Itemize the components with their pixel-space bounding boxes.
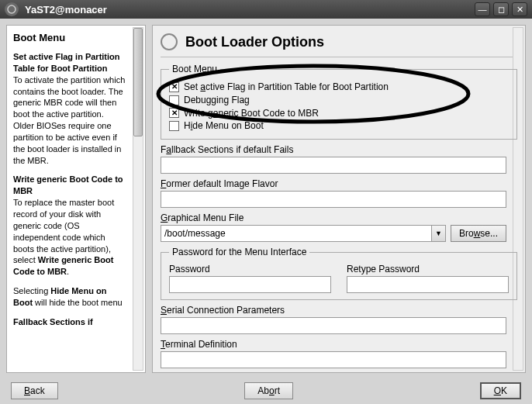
window-title: YaST2@monacer	[25, 4, 475, 16]
serial-input[interactable]	[161, 317, 506, 334]
chevron-down-icon[interactable]: ▼	[431, 226, 445, 241]
help-p3c: will hide the boot menu	[33, 298, 123, 307]
gmenu-select[interactable]	[161, 225, 446, 242]
check-write-mbr-label: Write generic Boot Code to MBR	[184, 107, 319, 120]
bootmenu-fieldset: Boot Menu Set active Flag in Partition T…	[161, 64, 517, 140]
close-button[interactable]: ✕	[512, 2, 527, 16]
retype-password-input[interactable]	[347, 276, 509, 293]
password-label: Password	[169, 264, 331, 275]
check-hide-menu[interactable]	[169, 121, 179, 131]
password-fieldset: Password for the Menu Interface Password…	[161, 247, 517, 300]
fallback-input[interactable]	[161, 157, 506, 174]
check-write-mbr[interactable]	[169, 108, 179, 118]
check-debugging-flag-label: Debugging Flag	[184, 94, 250, 107]
bootloader-icon	[161, 33, 178, 50]
browse-button[interactable]: Browse...	[451, 225, 506, 242]
former-label: Former default Image Flavor	[161, 178, 506, 189]
retype-password-label: Retype Password	[347, 264, 509, 275]
button-bar: Back Abort OK	[0, 379, 532, 402]
help-scroll-thumb[interactable]	[133, 28, 143, 136]
serial-label: Serial Connection Parameters	[161, 305, 506, 316]
abort-button[interactable]: Abort	[244, 382, 293, 399]
check-hide-menu-label: Hide Menu on Boot	[184, 119, 264, 133]
help-p1-body: To activate the partition which contains…	[13, 75, 125, 165]
help-title: Boot Menu	[13, 32, 139, 43]
help-p2-heading: Write generic Boot Code to MBR	[13, 174, 123, 195]
password-input[interactable]	[169, 276, 331, 293]
app-logo-icon	[5, 2, 19, 16]
ok-button[interactable]: OK	[480, 382, 521, 399]
password-legend: Password for the Menu Interface	[169, 247, 309, 257]
bootmenu-legend: Boot Menu	[169, 64, 220, 74]
help-p2c: .	[67, 267, 69, 276]
former-input[interactable]	[161, 191, 506, 208]
back-button[interactable]: Back	[11, 382, 58, 399]
help-p3a: Selecting	[13, 286, 50, 295]
check-active-flag[interactable]	[169, 82, 179, 92]
gmenu-label: Graphical Menu File	[161, 212, 506, 223]
page-title: Boot Loader Options	[185, 34, 324, 50]
terminal-input[interactable]	[161, 351, 506, 368]
title-bar: YaST2@monacer — ◻ ✕	[0, 0, 532, 19]
maximize-button[interactable]: ◻	[493, 2, 509, 16]
check-active-flag-label: Set active Flag in Partition Table for B…	[184, 81, 389, 94]
fallback-label: Fallback Sections if default Fails	[161, 144, 506, 155]
svg-point-0	[8, 5, 16, 13]
help-panel: Boot Menu Set active Flag in Partition T…	[6, 25, 146, 373]
divider	[161, 57, 517, 57]
terminal-label: Terminal Definition	[161, 339, 506, 350]
minimize-button[interactable]: —	[475, 2, 490, 16]
check-debugging-flag[interactable]	[169, 95, 179, 105]
help-p4: Fallback Sections if	[13, 317, 93, 326]
content-panel: Boot Loader Options Boot Menu Set active…	[152, 25, 526, 373]
help-p1-heading: Set active Flag in Partition Table for B…	[13, 52, 120, 73]
